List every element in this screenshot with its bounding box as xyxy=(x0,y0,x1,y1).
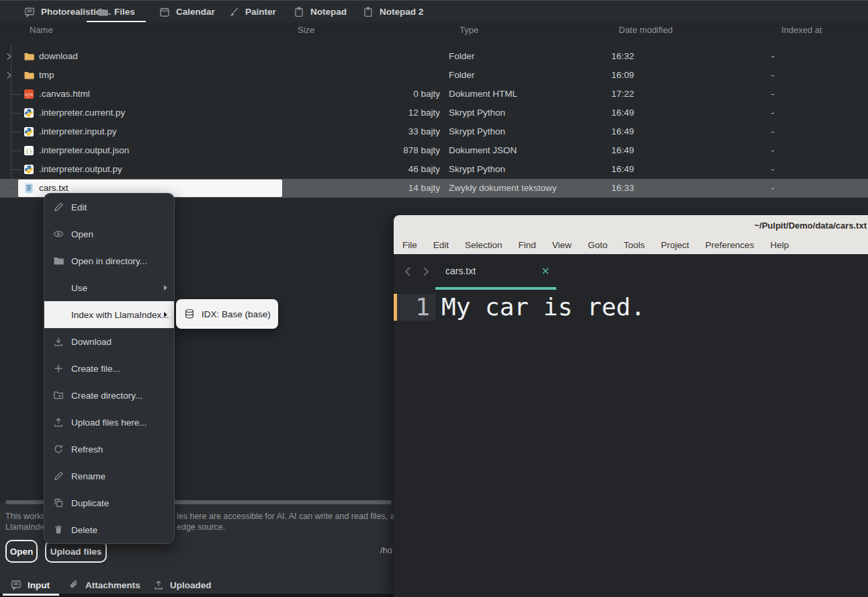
tab-label: Notepad xyxy=(310,7,347,17)
file-date-modified: 16:32 xyxy=(611,47,634,66)
python-file-icon xyxy=(24,108,34,118)
menu-goto[interactable]: Goto xyxy=(588,240,607,250)
file-name: .interpreter.output.py xyxy=(39,160,122,179)
menu-item-label: Use xyxy=(71,283,87,293)
file-size: 46 bajty xyxy=(282,160,440,179)
context-submenu: IDX: Base (base) xyxy=(176,299,278,329)
submenu-item-idx-base[interactable]: IDX: Base (base) xyxy=(202,309,271,319)
editor-tab-label: cars.txt xyxy=(445,266,476,276)
menu-item-open[interactable]: Open xyxy=(44,221,174,247)
menu-item-edit[interactable]: Edit xyxy=(44,194,174,221)
folder-icon xyxy=(24,51,34,62)
editor-tab-cars-txt[interactable]: cars.txt xyxy=(435,254,556,290)
menu-find[interactable]: Find xyxy=(519,240,536,250)
tab-label: Painter xyxy=(245,7,276,17)
file-date-modified: 16:09 xyxy=(611,66,634,85)
file-date-modified: 16:49 xyxy=(611,122,634,141)
menu-item-create-file[interactable]: Create file... xyxy=(44,355,174,382)
menu-project[interactable]: Project xyxy=(661,240,689,250)
upload-icon xyxy=(153,580,164,590)
menu-tools[interactable]: Tools xyxy=(623,240,645,250)
clipboard-icon xyxy=(294,7,304,17)
menu-item-label: Upload files here... xyxy=(71,417,147,428)
table-row-canvas-html[interactable]: </> .canvas.html 0 bajty Dokument HTML 1… xyxy=(0,85,868,104)
folder-icon xyxy=(53,255,64,266)
chevron-right-icon[interactable] xyxy=(4,52,13,61)
menu-item-label: Refresh xyxy=(71,444,103,454)
menu-item-use[interactable]: Use xyxy=(44,274,174,301)
file-name: .canvas.html xyxy=(39,85,90,104)
menu-item-label: Download xyxy=(71,337,112,347)
code-line-1[interactable]: 1 My car is red. xyxy=(394,294,868,321)
copy-icon xyxy=(53,497,64,508)
download-icon xyxy=(53,336,64,347)
table-row-interpreter-output-py[interactable]: .interpreter.output.py 46 bajty Skrypt P… xyxy=(0,160,868,179)
context-menu: Edit Open Open in directory... Use Index… xyxy=(44,193,175,544)
refresh-icon xyxy=(53,444,64,454)
file-type: Zwykły dokument tekstowy xyxy=(449,179,557,198)
editor-window-title: ~/Pulpit/Demo/data/cars.txt xyxy=(754,221,867,231)
menu-file[interactable]: File xyxy=(402,240,417,250)
menu-item-label: Edit xyxy=(71,202,87,212)
file-indexed-at: - xyxy=(771,85,775,104)
menu-item-index-with-llamaindex[interactable]: Index with LlamaIndex... xyxy=(44,301,174,328)
column-header-size[interactable]: Size xyxy=(298,22,314,38)
close-icon[interactable] xyxy=(541,267,550,275)
file-name: .interpreter.input.py xyxy=(39,122,117,141)
html-file-icon: </> xyxy=(24,89,34,100)
tab-notepad-2[interactable]: Notepad 2 xyxy=(352,1,434,23)
workdir-info-fragment: LlamaIndex xyxy=(5,522,49,532)
tab-notepad[interactable]: Notepad xyxy=(283,1,357,23)
file-indexed-at: - xyxy=(771,179,775,198)
menu-item-rename[interactable]: Rename xyxy=(44,463,174,489)
file-size: 33 bajty xyxy=(282,122,440,141)
tab-calendar[interactable]: Calendar xyxy=(148,1,226,23)
tab-input[interactable]: Input xyxy=(11,575,50,595)
menu-item-refresh[interactable]: Refresh xyxy=(44,436,174,463)
file-type: Skrypt Python xyxy=(449,122,505,141)
open-button[interactable]: Open xyxy=(5,540,38,563)
column-header-type[interactable]: Type xyxy=(460,22,478,38)
menu-item-duplicate[interactable]: Duplicate xyxy=(44,489,174,516)
file-type: Folder xyxy=(449,47,474,66)
column-header-date-modified[interactable]: Date modified xyxy=(619,22,672,38)
menu-item-delete[interactable]: Delete xyxy=(44,516,174,543)
tree-connector xyxy=(11,151,22,151)
file-indexed-at: - xyxy=(771,104,775,122)
table-row-interpreter-current-py[interactable]: .interpreter.current.py 12 bajty Skrypt … xyxy=(0,104,868,122)
clipboard-icon xyxy=(363,7,374,17)
menu-preferences[interactable]: Preferences xyxy=(705,240,754,250)
text-editor-window: ~/Pulpit/Demo/data/cars.txt File Edit Se… xyxy=(394,215,868,597)
chevron-left-icon[interactable] xyxy=(403,266,413,278)
chevron-right-icon[interactable] xyxy=(4,71,13,80)
tree-connector xyxy=(11,113,22,114)
tab-painter[interactable]: Painter xyxy=(218,1,287,23)
tab-files[interactable]: Files xyxy=(87,1,146,23)
menu-item-download[interactable]: Download xyxy=(44,328,174,355)
editor-title-bar[interactable]: ~/Pulpit/Demo/data/cars.txt xyxy=(394,215,868,235)
menu-selection[interactable]: Selection xyxy=(465,240,503,250)
menu-help[interactable]: Help xyxy=(771,240,789,250)
workdir-info-fragment: This workin xyxy=(5,512,48,521)
menu-item-upload-files-here[interactable]: Upload files here... xyxy=(44,409,174,436)
menu-item-label: Open in directory... xyxy=(71,256,147,266)
table-row-download[interactable]: download Folder 16:32 - xyxy=(0,47,868,66)
table-row-interpreter-output-json[interactable]: {} .interpreter.output.json 878 bajty Do… xyxy=(0,141,868,160)
submenu-arrow-icon xyxy=(164,285,167,290)
table-row-interpreter-input-py[interactable]: .interpreter.input.py 33 bajty Skrypt Py… xyxy=(0,122,868,141)
column-header-indexed-at[interactable]: Indexed at xyxy=(781,22,822,38)
menu-edit[interactable]: Edit xyxy=(433,240,449,250)
menu-item-create-directory[interactable]: Create directory... xyxy=(44,382,174,409)
chevron-right-icon[interactable] xyxy=(421,266,431,278)
column-header-name[interactable]: Name xyxy=(30,22,53,38)
editor-code-area[interactable]: 1 My car is red. xyxy=(394,290,868,597)
file-indexed-at: - xyxy=(771,47,775,66)
tab-attachments[interactable]: Attachments xyxy=(69,575,140,595)
file-type: Dokument JSON xyxy=(449,141,517,160)
menu-item-open-in-directory[interactable]: Open in directory... xyxy=(44,247,174,274)
menu-view[interactable]: View xyxy=(552,240,572,250)
table-row-tmp[interactable]: tmp Folder 16:09 - xyxy=(0,66,868,85)
tab-uploaded[interactable]: Uploaded xyxy=(153,575,212,595)
tree-connector xyxy=(11,94,22,95)
file-type: Dokument HTML xyxy=(449,85,517,104)
